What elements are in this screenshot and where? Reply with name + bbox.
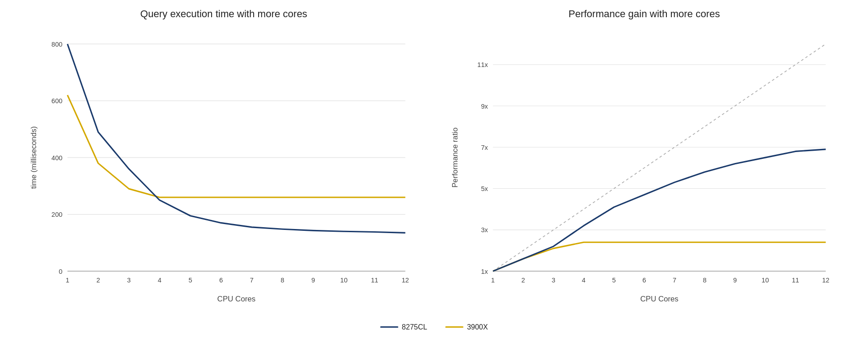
legend-items: 8275CL 3900X <box>380 323 488 331</box>
svg-text:3: 3 <box>127 276 131 283</box>
svg-text:4: 4 <box>158 276 161 283</box>
legend: 8275CL 3900X <box>0 319 868 331</box>
svg-text:9: 9 <box>311 276 315 283</box>
svg-text:400: 400 <box>52 154 62 161</box>
chart1-title: Query execution time with more cores <box>140 8 307 20</box>
svg-text:1: 1 <box>66 276 69 283</box>
svg-text:3x: 3x <box>481 226 488 234</box>
svg-text:1x: 1x <box>481 267 488 275</box>
svg-text:800: 800 <box>52 40 62 48</box>
legend-line-blue <box>380 326 398 328</box>
svg-text:600: 600 <box>52 97 62 105</box>
svg-text:1: 1 <box>491 276 495 283</box>
chart2-title: Performance gain with more cores <box>568 8 720 20</box>
chart1-area: 0200400600800123456789101112CPU Corestim… <box>27 24 420 316</box>
legend-item-blue: 8275CL <box>380 323 427 331</box>
chart2-area: 1x3x5x7x9x11x123456789101112CPU CoresPer… <box>448 24 841 316</box>
svg-text:7x: 7x <box>481 143 488 151</box>
legend-label-blue: 8275CL <box>402 323 427 331</box>
svg-text:4: 4 <box>582 276 585 283</box>
chart2-wrapper: Performance gain with more cores 1x3x5x7… <box>448 8 841 316</box>
svg-text:10: 10 <box>762 276 769 283</box>
svg-text:5: 5 <box>612 276 616 283</box>
legend-item-yellow: 3900X <box>445 323 488 331</box>
svg-text:Performance ratio: Performance ratio <box>451 127 459 187</box>
svg-text:6: 6 <box>219 276 223 283</box>
charts-container: Query execution time with more cores 020… <box>27 8 841 316</box>
legend-line-yellow <box>445 326 463 328</box>
svg-text:3: 3 <box>552 276 555 283</box>
svg-text:time (milliseconds): time (milliseconds) <box>29 126 38 188</box>
svg-text:11x: 11x <box>477 61 488 68</box>
legend-label-yellow: 3900X <box>467 323 488 331</box>
svg-text:11: 11 <box>792 276 799 283</box>
svg-text:5x: 5x <box>481 185 488 192</box>
svg-text:5: 5 <box>189 276 192 283</box>
svg-text:2: 2 <box>521 276 525 283</box>
svg-text:7: 7 <box>673 276 676 283</box>
svg-text:12: 12 <box>822 276 829 283</box>
svg-text:8: 8 <box>703 276 707 283</box>
svg-text:0: 0 <box>59 267 62 275</box>
svg-text:200: 200 <box>52 211 62 218</box>
svg-text:10: 10 <box>340 276 348 283</box>
svg-text:11: 11 <box>371 276 378 283</box>
svg-text:8: 8 <box>281 276 284 283</box>
svg-text:7: 7 <box>250 276 254 283</box>
svg-text:2: 2 <box>96 276 100 283</box>
svg-text:6: 6 <box>642 276 646 283</box>
svg-text:9: 9 <box>733 276 737 283</box>
svg-text:12: 12 <box>401 276 409 283</box>
svg-text:CPU Cores: CPU Cores <box>217 295 256 303</box>
chart1-wrapper: Query execution time with more cores 020… <box>27 8 420 316</box>
svg-text:CPU Cores: CPU Cores <box>640 295 679 303</box>
svg-text:9x: 9x <box>481 102 488 110</box>
